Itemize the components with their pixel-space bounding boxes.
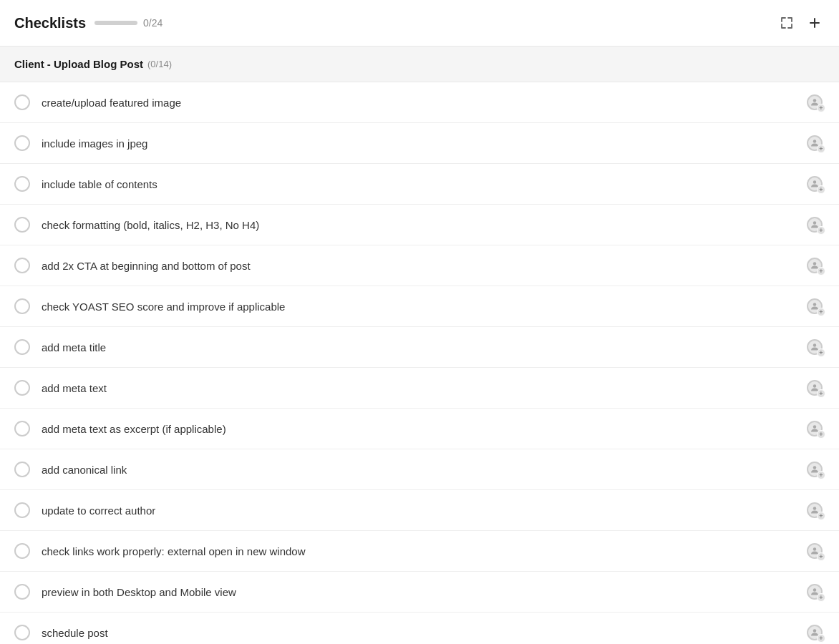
checklist-item: schedule post +: [0, 613, 839, 644]
item-label-7: add meta title: [42, 341, 797, 353]
svg-point-9: [813, 466, 816, 469]
checklist-item: create/upload featured image +: [0, 82, 839, 123]
plus-badge-12: +: [817, 552, 825, 561]
plus-badge-4: +: [817, 226, 825, 235]
progress-text: 0/24: [143, 17, 163, 29]
checkbox-13[interactable]: [14, 584, 30, 600]
expand-button[interactable]: [777, 14, 796, 32]
assignee-icon-1[interactable]: +: [805, 92, 825, 112]
checklist-item: add meta text as excerpt (if applicable)…: [0, 409, 839, 449]
checkbox-14[interactable]: [14, 625, 30, 640]
plus-badge-5: +: [817, 267, 825, 275]
checkbox-8[interactable]: [14, 380, 30, 396]
section-title: Client - Upload Blog Post: [14, 58, 143, 70]
plus-badge-6: +: [817, 308, 825, 316]
checkbox-11[interactable]: [14, 502, 30, 518]
assignee-icon-2[interactable]: +: [805, 133, 825, 153]
expand-icon: [780, 16, 793, 29]
checklist-item: include table of contents +: [0, 164, 839, 205]
assignee-icon-11[interactable]: +: [805, 500, 825, 520]
section-header: Client - Upload Blog Post (0/14): [0, 47, 839, 82]
plus-badge-11: +: [817, 512, 825, 520]
item-label-13: preview in both Desktop and Mobile view: [42, 586, 797, 598]
item-label-5: add 2x CTA at beginning and bottom of po…: [42, 260, 797, 272]
assignee-icon-13[interactable]: +: [805, 582, 825, 602]
item-label-6: check YOAST SEO score and improve if app…: [42, 301, 797, 313]
svg-point-11: [813, 547, 816, 550]
svg-point-4: [813, 262, 816, 265]
item-label-14: schedule post: [42, 627, 797, 639]
assignee-icon-3[interactable]: +: [805, 174, 825, 194]
add-button[interactable]: [805, 13, 825, 33]
plus-badge-14: +: [817, 634, 825, 643]
item-label-3: include table of contents: [42, 178, 797, 190]
checkbox-1[interactable]: [14, 94, 30, 110]
item-label-12: check links work properly: external open…: [42, 545, 797, 557]
checklist-item: preview in both Desktop and Mobile view …: [0, 572, 839, 613]
svg-point-7: [813, 384, 816, 387]
plus-badge-1: +: [817, 104, 825, 112]
assignee-icon-9[interactable]: +: [805, 419, 825, 439]
progress-bar-container: 0/24: [94, 17, 163, 29]
assignee-icon-14[interactable]: +: [805, 623, 825, 643]
item-label-2: include images in jpeg: [42, 137, 797, 150]
checklist-item: check formatting (bold, italics, H2, H3,…: [0, 205, 839, 245]
item-label-1: create/upload featured image: [42, 97, 797, 109]
svg-point-6: [813, 343, 816, 346]
checkbox-6[interactable]: [14, 298, 30, 314]
svg-point-1: [813, 140, 816, 142]
checkbox-7[interactable]: [14, 339, 30, 355]
plus-badge-2: +: [817, 145, 825, 153]
checkbox-2[interactable]: [14, 135, 30, 151]
plus-badge-8: +: [817, 389, 825, 398]
item-label-4: check formatting (bold, italics, H2, H3,…: [42, 219, 797, 231]
svg-point-8: [813, 425, 816, 428]
svg-point-0: [813, 99, 816, 102]
svg-point-12: [813, 588, 816, 591]
assignee-icon-4[interactable]: +: [805, 215, 825, 235]
checklist-item: add 2x CTA at beginning and bottom of po…: [0, 245, 839, 286]
checklist-item: update to correct author +: [0, 490, 839, 531]
header: Checklists 0/24: [0, 0, 839, 47]
assignee-icon-10[interactable]: +: [805, 459, 825, 479]
svg-point-5: [813, 303, 816, 306]
app-container: Checklists 0/24 Client - Upload Blog Pos…: [0, 0, 839, 644]
progress-bar-bg: [94, 21, 137, 25]
checklist-item: check YOAST SEO score and improve if app…: [0, 286, 839, 327]
item-label-11: update to correct author: [42, 504, 797, 517]
checkbox-12[interactable]: [14, 543, 30, 559]
checklist-item: check links work properly: external open…: [0, 531, 839, 572]
checkbox-9[interactable]: [14, 421, 30, 436]
checklist-item: add meta text +: [0, 368, 839, 409]
page-title: Checklists: [14, 15, 86, 31]
assignee-icon-8[interactable]: +: [805, 378, 825, 398]
assignee-icon-12[interactable]: +: [805, 541, 825, 561]
plus-badge-13: +: [817, 593, 825, 602]
assignee-icon-7[interactable]: +: [805, 337, 825, 357]
svg-point-13: [813, 629, 816, 632]
svg-point-3: [813, 221, 816, 224]
add-icon: [808, 16, 822, 30]
item-label-9: add meta text as excerpt (if applicable): [42, 423, 797, 435]
plus-badge-10: +: [817, 471, 825, 479]
checklist-item: add canonical link +: [0, 449, 839, 490]
assignee-icon-5[interactable]: +: [805, 255, 825, 275]
svg-point-10: [813, 507, 816, 509]
checkbox-4[interactable]: [14, 217, 30, 233]
checklist-item: add meta title +: [0, 327, 839, 368]
plus-badge-9: +: [817, 430, 825, 439]
item-label-8: add meta text: [42, 382, 797, 394]
checklist-item: include images in jpeg +: [0, 123, 839, 164]
assignee-icon-6[interactable]: +: [805, 296, 825, 316]
section-count: (0/14): [147, 59, 172, 69]
checklist-list: create/upload featured image + include i…: [0, 82, 839, 644]
plus-badge-3: +: [817, 185, 825, 194]
checkbox-3[interactable]: [14, 176, 30, 192]
svg-point-2: [813, 180, 816, 183]
checkbox-5[interactable]: [14, 258, 30, 273]
item-label-10: add canonical link: [42, 464, 797, 476]
checkbox-10[interactable]: [14, 462, 30, 477]
header-actions: [777, 13, 825, 33]
plus-badge-7: +: [817, 348, 825, 357]
